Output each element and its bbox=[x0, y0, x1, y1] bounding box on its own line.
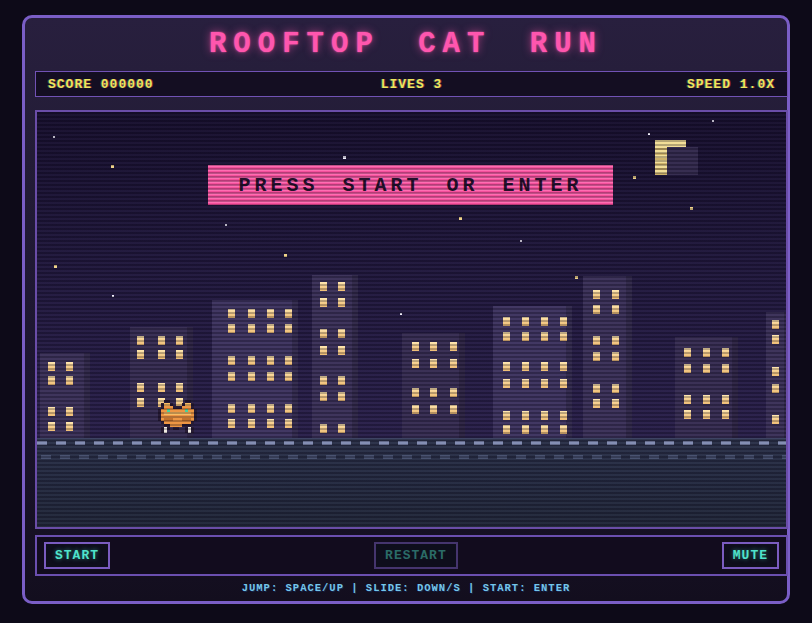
building-window bbox=[612, 290, 619, 299]
building-window bbox=[684, 364, 691, 373]
game-window: ROOFTOP CAT RUN SCORE 000000 LIVES 3 SPE… bbox=[22, 15, 790, 604]
building bbox=[402, 333, 465, 439]
building-window bbox=[338, 346, 345, 355]
building bbox=[130, 327, 193, 439]
building-window bbox=[338, 329, 345, 338]
building-window bbox=[450, 388, 457, 397]
platform-block bbox=[667, 147, 698, 175]
building-window bbox=[285, 419, 292, 428]
building bbox=[493, 306, 572, 439]
building-window bbox=[593, 352, 600, 361]
keyboard-help-text: JUMP: SPACE/UP | SLIDE: DOWN/S | START: … bbox=[25, 582, 787, 594]
building-window bbox=[560, 425, 567, 434]
building-window bbox=[593, 290, 600, 299]
building-window bbox=[48, 407, 55, 416]
building-window bbox=[137, 336, 144, 345]
building-window bbox=[228, 419, 235, 428]
building-window bbox=[612, 399, 619, 408]
building-window bbox=[541, 362, 548, 371]
building-window bbox=[176, 350, 183, 359]
building-window bbox=[522, 332, 529, 341]
building-window bbox=[248, 419, 255, 428]
building-window bbox=[541, 379, 548, 388]
building-window bbox=[248, 372, 255, 381]
building-window bbox=[772, 335, 779, 344]
road-dashes bbox=[41, 455, 788, 459]
building-window bbox=[430, 405, 437, 414]
building-window bbox=[541, 317, 548, 326]
star bbox=[111, 165, 114, 168]
building-window bbox=[772, 415, 779, 424]
building-window bbox=[338, 282, 345, 291]
building-window bbox=[248, 309, 255, 318]
building-window bbox=[522, 317, 529, 326]
star bbox=[633, 176, 636, 179]
press-start-banner: PRESS START OR ENTER bbox=[208, 165, 613, 205]
building-window bbox=[228, 356, 235, 365]
building-window bbox=[338, 298, 345, 307]
game-canvas[interactable]: PRESS START OR ENTER bbox=[35, 110, 788, 529]
building-window bbox=[703, 348, 710, 357]
building-window bbox=[158, 383, 165, 392]
start-button[interactable]: START bbox=[44, 542, 110, 569]
star bbox=[648, 133, 650, 135]
building-window bbox=[412, 342, 419, 351]
score-display: SCORE 000000 bbox=[48, 77, 290, 92]
building-window bbox=[560, 317, 567, 326]
building-window bbox=[248, 356, 255, 365]
building-window bbox=[176, 398, 183, 407]
building-window bbox=[267, 309, 274, 318]
building-window bbox=[228, 404, 235, 413]
building-window bbox=[722, 410, 729, 419]
building-window bbox=[137, 398, 144, 407]
building-window bbox=[450, 359, 457, 368]
building-window bbox=[684, 410, 691, 419]
star bbox=[400, 313, 402, 315]
building-window bbox=[48, 376, 55, 385]
building-window bbox=[722, 348, 729, 357]
building-window bbox=[593, 305, 600, 314]
building-window bbox=[722, 395, 729, 404]
building-window bbox=[612, 336, 619, 345]
building-window bbox=[560, 332, 567, 341]
building-window bbox=[560, 362, 567, 371]
building-window bbox=[772, 384, 779, 393]
rooftop-edge-dashes bbox=[37, 441, 786, 445]
building-window bbox=[267, 404, 274, 413]
restart-button[interactable]: RESTART bbox=[374, 542, 458, 569]
building-window bbox=[176, 336, 183, 345]
star bbox=[459, 217, 462, 220]
mute-button[interactable]: MUTE bbox=[722, 542, 779, 569]
cat-sprite bbox=[158, 400, 161, 403]
lives-display: LIVES 3 bbox=[290, 77, 532, 92]
building-window bbox=[412, 405, 419, 414]
building-window bbox=[285, 309, 292, 318]
building-window bbox=[248, 324, 255, 333]
building-window bbox=[66, 362, 73, 371]
building-window bbox=[137, 350, 144, 359]
building-window bbox=[48, 362, 55, 371]
building-window bbox=[684, 348, 691, 357]
star bbox=[520, 240, 522, 242]
building-window bbox=[593, 384, 600, 393]
building-window bbox=[560, 411, 567, 420]
building-window bbox=[560, 379, 567, 388]
building-window bbox=[320, 376, 327, 385]
building-window bbox=[503, 317, 510, 326]
star bbox=[112, 295, 114, 297]
building-window bbox=[285, 404, 292, 413]
building bbox=[312, 275, 358, 439]
building-window bbox=[503, 332, 510, 341]
building-window bbox=[228, 309, 235, 318]
building-window bbox=[430, 388, 437, 397]
building-window bbox=[66, 422, 73, 431]
star bbox=[712, 120, 714, 122]
building-window bbox=[503, 362, 510, 371]
star bbox=[54, 265, 57, 268]
building-window bbox=[450, 342, 457, 351]
stats-bar: SCORE 000000 LIVES 3 SPEED 1.0X bbox=[35, 71, 788, 97]
building-window bbox=[228, 324, 235, 333]
building-window bbox=[285, 372, 292, 381]
building-window bbox=[703, 410, 710, 419]
building-window bbox=[430, 342, 437, 351]
